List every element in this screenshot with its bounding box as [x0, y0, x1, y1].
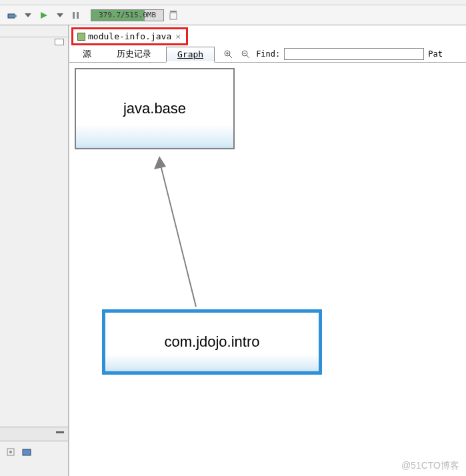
svg-marker-23	[154, 156, 166, 169]
editor-area: module-info.java × 源 历史记录 Graph Find: Pa…	[69, 25, 466, 476]
main-toolbar: 379.7/515.0MB	[0, 5, 466, 25]
svg-line-22	[159, 160, 196, 307]
project-icon[interactable]	[20, 445, 33, 459]
zoom-in-icon[interactable]	[221, 47, 235, 61]
left-gutter	[0, 25, 69, 476]
menu-bar	[0, 0, 466, 5]
minimize-icon[interactable]	[55, 39, 64, 45]
editor-tab[interactable]: module-info.java ×	[71, 27, 188, 45]
zoom-out-icon[interactable]	[239, 47, 252, 61]
graph-canvas[interactable]: java.base com.jdojo.intro	[69, 63, 466, 476]
svg-point-1	[14, 15, 17, 17]
tab-history[interactable]: 历史记录	[106, 46, 162, 62]
watermark: @51CTO博客	[401, 460, 459, 472]
svg-rect-7	[170, 13, 177, 19]
find-trailing: Pat	[428, 49, 443, 59]
svg-rect-0	[8, 14, 15, 18]
svg-rect-12	[23, 449, 31, 455]
pause-icon[interactable]	[69, 9, 83, 22]
find-input[interactable]	[284, 48, 424, 60]
svg-marker-3	[41, 12, 47, 19]
tab-graph[interactable]: Graph	[166, 47, 215, 63]
dropdown-icon[interactable]	[53, 9, 67, 22]
dropdown-icon[interactable]	[21, 9, 35, 22]
node-label: com.jdojo.intro	[164, 333, 259, 351]
svg-point-11	[9, 451, 12, 453]
svg-rect-6	[77, 12, 79, 19]
gutter-collapse-bar[interactable]	[0, 427, 68, 441]
svg-marker-4	[57, 13, 63, 17]
svg-line-20	[247, 55, 249, 58]
gc-icon[interactable]	[167, 9, 180, 22]
svg-rect-5	[73, 12, 75, 19]
debug-icon[interactable]	[5, 9, 19, 22]
subtab-bar: 源 历史记录 Graph Find: Pat	[69, 45, 466, 63]
svg-rect-9	[56, 431, 64, 433]
module-node-intro[interactable]: com.jdojo.intro	[102, 309, 322, 375]
close-icon[interactable]: ×	[174, 31, 182, 41]
memory-bar[interactable]: 379.7/515.0MB	[91, 9, 164, 21]
module-node-base[interactable]: java.base	[75, 68, 235, 149]
tab-filename: module-info.java	[88, 31, 171, 41]
svg-line-16	[229, 55, 232, 58]
find-label: Find:	[256, 49, 280, 59]
pin-icon[interactable]	[4, 445, 17, 459]
run-icon[interactable]	[37, 9, 51, 22]
memory-text: 379.7/515.0MB	[99, 11, 156, 19]
node-label: java.base	[123, 100, 186, 117]
tab-source[interactable]: 源	[72, 46, 102, 62]
java-file-icon	[77, 33, 85, 41]
svg-marker-2	[25, 13, 31, 17]
